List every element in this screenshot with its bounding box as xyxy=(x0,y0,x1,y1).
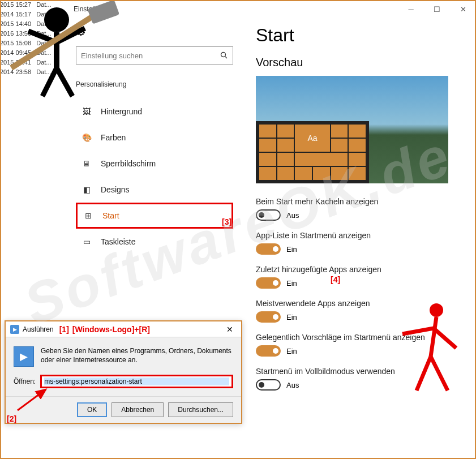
annotation-1: [1] xyxy=(59,325,69,334)
run-description: Geben Sie den Namen eines Programms, Ord… xyxy=(41,346,233,367)
run-program-icon: ▶ xyxy=(14,346,34,367)
run-open-input[interactable] xyxy=(44,378,229,385)
run-open-combobox[interactable] xyxy=(40,375,233,388)
toggle-state: Ein xyxy=(286,313,297,321)
start-preview: Aa xyxy=(256,76,448,183)
page-title: Start xyxy=(256,25,462,46)
toggle-state: Ein xyxy=(286,245,297,254)
designs-icon: ◧ xyxy=(82,185,92,194)
svg-point-3 xyxy=(44,7,69,32)
svg-line-16 xyxy=(434,328,456,348)
lockscreen-icon: 🖥 xyxy=(82,159,92,168)
run-icon: ▶ xyxy=(10,325,19,334)
close-button[interactable]: ✕ xyxy=(450,0,476,18)
sidebar-item-label: Farben xyxy=(101,133,126,142)
taskbar-icon: ▭ xyxy=(82,237,92,246)
toggle-switch[interactable] xyxy=(256,277,281,289)
toggle-state: Aus xyxy=(286,381,299,389)
annotation-3: [3] xyxy=(222,217,231,226)
toggle-block: App-Liste in Startmenü anzeigen Ein xyxy=(256,231,462,255)
toggle-label: Beim Start mehr Kacheln anzeigen xyxy=(256,197,462,206)
toggle-state: Ein xyxy=(286,347,297,355)
stick-figure-red-icon xyxy=(397,300,465,402)
toggle-switch[interactable] xyxy=(256,345,281,357)
svg-line-2 xyxy=(18,389,46,410)
run-close-button[interactable]: ✕ xyxy=(223,325,237,334)
toggle-switch[interactable] xyxy=(256,311,281,323)
svg-line-14 xyxy=(431,357,448,391)
titlebar: Einstellungen ─ ☐ ✕ xyxy=(67,0,476,18)
preview-heading: Vorschau xyxy=(256,56,462,69)
search-icon xyxy=(220,52,228,59)
svg-point-0 xyxy=(221,53,226,57)
svg-point-11 xyxy=(430,303,443,317)
run-titlebar: ▶ Ausführen [1] [Windows-Logo]+[R] ✕ xyxy=(6,321,241,337)
sidebar-item-taskleiste[interactable]: ▭ Taskleiste xyxy=(76,229,233,255)
run-ok-button[interactable]: OK xyxy=(77,402,107,417)
sidebar-item-designs[interactable]: ◧ Designs xyxy=(76,177,233,203)
sidebar-item-label: Taskleiste xyxy=(101,237,135,246)
toggle-state: Aus xyxy=(286,211,299,220)
toggle-block: Zuletzt hinzugefügte Apps anzeigen Ein xyxy=(256,265,462,289)
sidebar-item-label: Start xyxy=(102,211,119,220)
toggle-label: Zuletzt hinzugefügte Apps anzeigen xyxy=(256,265,462,274)
run-title: Ausführen xyxy=(23,325,54,333)
sidebar-item-sperrbildschirm[interactable]: 🖥 Sperrbildschirm xyxy=(76,151,233,177)
preview-tile-aa: Aa xyxy=(295,125,329,152)
palette-icon: 🎨 xyxy=(82,133,92,142)
svg-line-1 xyxy=(225,57,228,59)
svg-line-15 xyxy=(402,328,434,334)
preview-tiles: Aa xyxy=(256,121,369,183)
svg-line-5 xyxy=(42,68,57,96)
stick-figure-hammer-icon xyxy=(6,0,119,102)
start-icon: ⊞ xyxy=(83,211,93,220)
run-cancel-button[interactable]: Abbrechen xyxy=(112,402,164,417)
sidebar-item-hintergrund[interactable]: 🖼 Hintergrund xyxy=(76,98,233,125)
svg-rect-10 xyxy=(88,0,119,24)
toggle-state: Ein xyxy=(286,279,297,288)
picture-icon: 🖼 xyxy=(82,107,92,116)
run-browse-button[interactable]: Durchsuchen... xyxy=(168,402,233,417)
svg-line-13 xyxy=(417,357,431,391)
toggle-switch[interactable] xyxy=(256,379,281,391)
maximize-button[interactable]: ☐ xyxy=(424,0,450,18)
sidebar-item-start[interactable]: ⊞ Start xyxy=(76,203,233,229)
annotation-2: [2] xyxy=(7,414,16,423)
run-open-label: Öffnen: xyxy=(14,378,36,385)
svg-line-12 xyxy=(431,317,436,357)
toggle-switch[interactable] xyxy=(256,209,281,221)
toggle-label: App-Liste in Startmenü anzeigen xyxy=(256,231,462,240)
annotation-4: [4] xyxy=(331,275,340,284)
annotation-1-hint: [Windows-Logo]+[R] xyxy=(72,325,150,334)
svg-line-6 xyxy=(57,68,72,96)
toggle-block: Beim Start mehr Kacheln anzeigen Aus xyxy=(256,197,462,221)
sidebar-item-label: Designs xyxy=(101,185,130,194)
toggle-switch[interactable] xyxy=(256,243,281,255)
sidebar-item-label: Hintergrund xyxy=(101,107,142,116)
sidebar-item-farben[interactable]: 🎨 Farben xyxy=(76,125,233,151)
minimize-button[interactable]: ─ xyxy=(398,0,424,18)
arrow-icon xyxy=(15,385,54,413)
window-controls: ─ ☐ ✕ xyxy=(398,0,476,18)
sidebar-item-label: Sperrbildschirm xyxy=(101,159,156,168)
